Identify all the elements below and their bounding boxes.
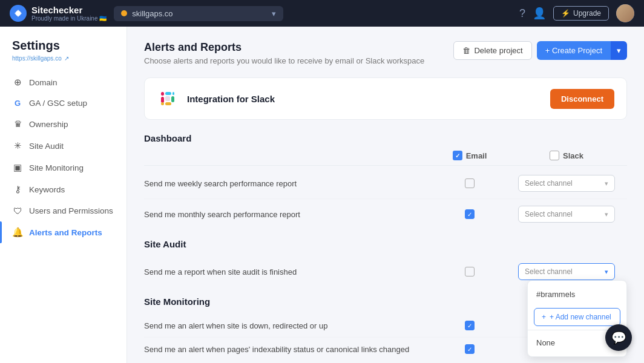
- email-checkbox-audit[interactable]: [465, 267, 475, 276]
- slack-header-checkbox[interactable]: [550, 151, 559, 160]
- sidebar-item-label: Domain: [29, 78, 58, 87]
- col-slack-header: Slack: [506, 151, 627, 160]
- slack-channel-select-monthly[interactable]: Select channel ▾: [518, 206, 615, 223]
- row-slack-select: Select channel ▾: [506, 206, 627, 223]
- upgrade-label: Upgrade: [573, 9, 601, 18]
- chat-bubble[interactable]: 💬: [605, 324, 632, 351]
- svg-rect-4: [161, 92, 164, 96]
- delete-label: Delete project: [474, 46, 522, 55]
- project-url[interactable]: https://skillgaps.co ↗: [12, 55, 114, 62]
- bell-icon: 🔔: [12, 227, 23, 238]
- site-audit-row-1: Send me a report when site audit is fini…: [144, 257, 627, 287]
- email-header-checkbox[interactable]: ✓: [453, 151, 462, 160]
- sidebar: Settings https://skillgaps.co ↗ ⊕ Domain…: [0, 27, 127, 363]
- row-email-checkbox: ✓: [433, 344, 506, 354]
- row-label: Send me weekly search performance report: [144, 179, 433, 188]
- monitoring-icon: ▣: [12, 162, 23, 173]
- page-title: Alerts and Reports: [144, 41, 424, 54]
- svg-rect-3: [161, 97, 164, 103]
- row-slack-select: Select channel ▾ #brammels + + Add new c…: [506, 263, 627, 280]
- status-dot: [121, 10, 127, 16]
- delete-project-button[interactable]: 🗑 Delete project: [453, 41, 531, 60]
- sidebar-item-site-monitoring[interactable]: ▣ Site Monitoring: [0, 157, 126, 178]
- sidebar-item-users-permissions[interactable]: 🛡 Users and Permissions: [0, 200, 126, 221]
- settings-title: Settings: [12, 39, 114, 53]
- header-actions: 🗑 Delete project + Create Project ▾: [453, 41, 627, 60]
- slack-channel-select-audit[interactable]: Select channel ▾: [518, 263, 615, 280]
- chat-icon: 💬: [611, 330, 626, 345]
- sidebar-item-site-audit[interactable]: ✳ Site Audit: [0, 135, 126, 157]
- site-audit-section-title: Site Audit: [144, 239, 627, 249]
- external-link-icon: ↗: [64, 55, 69, 62]
- page-header: Alerts and Reports Choose alerts and rep…: [144, 41, 627, 65]
- email-checkbox-monitoring-2[interactable]: ✓: [465, 344, 475, 354]
- table-header: ✓ Email Slack: [144, 151, 627, 166]
- create-project-arrow[interactable]: ▾: [611, 41, 627, 60]
- dropdown-arrow: ▾: [272, 9, 276, 18]
- svg-rect-10: [165, 96, 170, 101]
- channel-value: Select channel: [525, 267, 573, 276]
- ownership-icon: ♛: [12, 119, 23, 129]
- slack-channel-select-weekly[interactable]: Select channel ▾: [518, 175, 615, 192]
- audit-icon: ✳: [12, 140, 23, 151]
- dashboard-row-1: Send me weekly search performance report…: [144, 168, 627, 199]
- svg-rect-8: [165, 102, 171, 105]
- select-arrow: ▾: [605, 268, 608, 276]
- row-email-checkbox: [433, 267, 506, 276]
- email-checkbox-weekly[interactable]: [465, 178, 475, 188]
- sidebar-header: Settings https://skillgaps.co ↗: [0, 39, 126, 71]
- keywords-icon: ⚷: [12, 184, 23, 195]
- channel-option-brammels[interactable]: #brammels: [528, 284, 626, 304]
- sidebar-item-label: Ownership: [29, 120, 68, 129]
- logo: Sitechecker Proudly made in Ukraine 🇺🇦: [10, 5, 107, 22]
- slack-logo-icon: [157, 88, 179, 110]
- svg-rect-7: [171, 96, 174, 102]
- col-email-header: ✓ Email: [433, 151, 506, 160]
- sidebar-item-alerts-reports[interactable]: 🔔 Alerts and Reports: [0, 221, 126, 243]
- sidebar-item-label: Site Monitoring: [29, 163, 84, 172]
- slack-integration-card: Integration for Slack Disconnect: [144, 77, 627, 120]
- sidebar-item-label: Site Audit: [29, 142, 64, 151]
- dashboard-row-2: Send me monthly search performance repor…: [144, 199, 627, 229]
- domain-icon: ⊕: [12, 77, 23, 88]
- row-label: Send me an alert when site is down, redi…: [144, 321, 433, 330]
- plus-icon: +: [542, 313, 546, 321]
- add-channel-label: + Add new channel: [550, 313, 611, 321]
- sidebar-item-ga-gsc[interactable]: G GA / GSC setup: [0, 93, 126, 113]
- nav-actions: ? 👤 ⚡ Upgrade: [519, 4, 634, 22]
- row-label: Send me a report when site audit is fini…: [144, 267, 433, 276]
- shield-icon: 🛡: [12, 206, 23, 216]
- sidebar-item-label: Users and Permissions: [29, 206, 113, 215]
- dashboard-section-title: Dashboard: [144, 133, 627, 143]
- url-bar[interactable]: skillgaps.co ▾: [114, 6, 283, 21]
- logo-text: Sitechecker: [31, 5, 107, 15]
- sidebar-item-label: Keywords: [29, 185, 65, 194]
- avatar[interactable]: [616, 4, 634, 22]
- add-channel-button[interactable]: + + Add new channel: [534, 308, 620, 326]
- delete-icon: 🗑: [462, 46, 470, 55]
- email-checkbox-monthly[interactable]: ✓: [465, 209, 475, 219]
- channel-value: Select channel: [525, 210, 573, 218]
- email-checkbox-monitoring-1[interactable]: ✓: [465, 321, 475, 330]
- disconnect-button[interactable]: Disconnect: [550, 89, 614, 109]
- create-project-button[interactable]: + Create Project: [537, 41, 611, 60]
- sidebar-item-keywords[interactable]: ⚷ Keywords: [0, 178, 126, 200]
- ga-icon: G: [12, 99, 23, 108]
- svg-point-1: [16, 11, 21, 16]
- page-subtitle: Choose alerts and reports you would like…: [144, 56, 424, 65]
- sidebar-item-ownership[interactable]: ♛ Ownership: [0, 113, 126, 135]
- select-arrow: ▾: [605, 180, 608, 188]
- logo-sub: Proudly made in Ukraine 🇺🇦: [31, 15, 107, 22]
- sidebar-item-label: Alerts and Reports: [29, 228, 102, 237]
- svg-rect-5: [165, 92, 171, 95]
- upgrade-button[interactable]: ⚡ Upgrade: [553, 6, 609, 21]
- upgrade-icon: ⚡: [561, 9, 570, 18]
- row-email-checkbox: ✓: [433, 209, 506, 219]
- user-icon[interactable]: 👤: [533, 7, 546, 20]
- layout: Settings https://skillgaps.co ↗ ⊕ Domain…: [0, 27, 644, 363]
- topnav: Sitechecker Proudly made in Ukraine 🇺🇦 s…: [0, 0, 644, 27]
- help-icon[interactable]: ?: [519, 7, 525, 20]
- sidebar-item-domain[interactable]: ⊕ Domain: [0, 71, 126, 93]
- row-label: Send me an alert when pages' indexabilit…: [144, 345, 433, 354]
- row-email-checkbox: ✓: [433, 321, 506, 330]
